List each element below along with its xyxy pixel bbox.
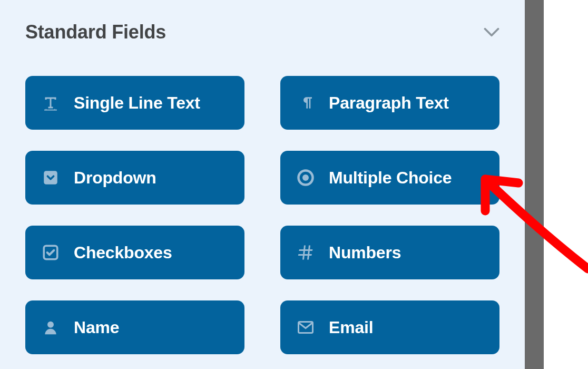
svg-point-5: [47, 322, 54, 328]
envelope-icon: [295, 317, 316, 338]
dropdown-icon: [40, 167, 61, 188]
field-label: Email: [329, 318, 373, 337]
text-icon: [40, 92, 61, 113]
section-title: Standard Fields: [25, 21, 166, 43]
single-line-text-button[interactable]: Single Line Text: [25, 76, 244, 130]
chevron-down-icon[interactable]: [484, 27, 499, 37]
svg-rect-1: [44, 171, 57, 184]
checkboxes-button[interactable]: Checkboxes: [25, 226, 244, 279]
hash-icon: [295, 242, 316, 263]
field-label: Paragraph Text: [329, 93, 449, 113]
multiple-choice-button[interactable]: Multiple Choice: [280, 151, 499, 205]
user-icon: [40, 317, 61, 338]
standard-fields-panel: Standard Fields Single Line Text Paragr: [0, 0, 525, 369]
numbers-button[interactable]: Numbers: [280, 226, 499, 279]
paragraph-text-button[interactable]: Paragraph Text: [280, 76, 499, 130]
field-label: Dropdown: [74, 168, 156, 188]
svg-rect-0: [44, 110, 57, 111]
field-label: Numbers: [329, 243, 401, 263]
radio-icon: [295, 167, 316, 188]
field-label: Name: [74, 318, 119, 337]
field-grid: Single Line Text Paragraph Text Dropdown: [25, 76, 499, 354]
name-button[interactable]: Name: [25, 300, 244, 354]
email-button[interactable]: Email: [280, 300, 499, 354]
field-label: Multiple Choice: [329, 168, 452, 188]
checkbox-icon: [40, 242, 61, 263]
section-header[interactable]: Standard Fields: [25, 21, 499, 43]
field-label: Single Line Text: [74, 93, 200, 113]
pilcrow-icon: [295, 92, 316, 113]
svg-point-3: [302, 174, 309, 181]
field-label: Checkboxes: [74, 243, 172, 263]
dropdown-button[interactable]: Dropdown: [25, 151, 244, 205]
